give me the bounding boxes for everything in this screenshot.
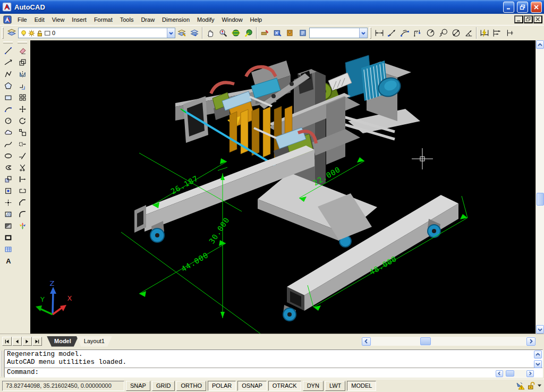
dim-angular-button[interactable] bbox=[462, 27, 475, 39]
draw-polyline-button[interactable] bbox=[2, 68, 14, 80]
scroll-down-button[interactable] bbox=[536, 325, 544, 334]
scroll-up-button[interactable] bbox=[536, 40, 544, 49]
zoom-realtime-button[interactable] bbox=[217, 27, 230, 39]
command-history[interactable]: Regenerating model. AutoCAD menu utiliti… bbox=[5, 350, 542, 368]
modify-fillet-button[interactable] bbox=[16, 208, 29, 220]
communication-center-icon[interactable] bbox=[516, 381, 525, 390]
vertical-scroll-thumb[interactable] bbox=[537, 193, 544, 206]
dim-linear-button[interactable] bbox=[373, 27, 386, 39]
menu-draw[interactable]: Draw bbox=[137, 15, 158, 24]
zoom-previous-button[interactable] bbox=[242, 27, 255, 39]
draw-insert-block-button[interactable] bbox=[2, 173, 14, 185]
toggle-lwt[interactable]: LWT bbox=[325, 381, 345, 391]
coordinate-readout[interactable]: 73.82744098, 35.21602450, 0.00000000 bbox=[2, 381, 124, 391]
dimension-toolbar-grip[interactable] bbox=[369, 27, 371, 39]
canvas-vertical-scrollbar[interactable] bbox=[536, 40, 544, 334]
draw-point-button[interactable] bbox=[2, 197, 14, 208]
modify-erase-button[interactable] bbox=[16, 45, 29, 56]
command-window-grip[interactable] bbox=[1, 351, 4, 377]
toggle-grid[interactable]: GRID bbox=[152, 381, 175, 391]
style-combo-dropdown[interactable] bbox=[359, 28, 367, 38]
command-text-area[interactable]: Regenerating model. AutoCAD menu utiliti… bbox=[4, 350, 543, 378]
dim-diameter-button[interactable] bbox=[449, 27, 462, 39]
toolbar-grip[interactable] bbox=[2, 27, 4, 39]
quick-dimension-button[interactable] bbox=[478, 27, 491, 39]
command-vertical-scrollbar[interactable] bbox=[534, 351, 542, 368]
minimize-button[interactable] bbox=[503, 2, 514, 13]
toggle-otrack[interactable]: OTRACK bbox=[268, 381, 301, 391]
zoom-window-button[interactable] bbox=[230, 27, 242, 39]
unlock-icon[interactable] bbox=[527, 381, 535, 390]
menu-modify[interactable]: Modify bbox=[193, 15, 218, 24]
modify-break-button[interactable] bbox=[16, 185, 29, 197]
layer-combo-dropdown[interactable] bbox=[167, 28, 175, 38]
doc-close-button[interactable] bbox=[533, 15, 542, 23]
toggle-model[interactable]: MODEL bbox=[347, 381, 376, 391]
toggle-dyn[interactable]: DYN bbox=[303, 381, 324, 391]
modify-rotate-button[interactable] bbox=[16, 115, 29, 126]
menu-help[interactable]: Help bbox=[246, 15, 266, 24]
layer-properties-button[interactable] bbox=[5, 27, 18, 39]
draw-region-button[interactable] bbox=[2, 232, 14, 243]
tab-layout1[interactable]: Layout1 bbox=[76, 336, 112, 347]
make-object-layer-current-button[interactable] bbox=[175, 27, 188, 39]
modify-extend-button[interactable] bbox=[16, 173, 29, 185]
dim-aligned-button[interactable] bbox=[386, 27, 398, 39]
scroll-right-button[interactable] bbox=[526, 337, 536, 346]
tab-next-button[interactable] bbox=[22, 337, 32, 346]
dim-baseline-button[interactable] bbox=[491, 27, 504, 39]
draw-gradient-button[interactable] bbox=[2, 220, 14, 232]
menu-file[interactable]: File bbox=[14, 15, 31, 24]
command-horizontal-scrollbar[interactable] bbox=[496, 370, 534, 377]
canvas-horizontal-scrollbar[interactable] bbox=[362, 337, 536, 346]
doc-minimize-button[interactable] bbox=[514, 15, 523, 23]
tray-menu-arrow-icon[interactable] bbox=[537, 384, 542, 388]
doc-restore-button[interactable] bbox=[524, 15, 533, 23]
menu-window[interactable]: Window bbox=[218, 15, 246, 24]
modify-move-button[interactable] bbox=[16, 103, 29, 115]
style-combo[interactable] bbox=[309, 28, 368, 38]
draw-make-block-button[interactable] bbox=[2, 185, 14, 197]
command-scroll-thumb[interactable] bbox=[506, 370, 514, 377]
layer-combo[interactable]: 0 bbox=[18, 28, 175, 38]
tab-first-button[interactable] bbox=[2, 337, 12, 346]
modify-scale-button[interactable] bbox=[16, 126, 29, 138]
menu-dimension[interactable]: Dimension bbox=[158, 15, 193, 24]
modify-lengthen-button[interactable] bbox=[16, 150, 29, 161]
draw-line-button[interactable] bbox=[2, 45, 14, 56]
dim-continue-button[interactable] bbox=[504, 27, 516, 39]
modify-offset-button[interactable] bbox=[16, 80, 29, 91]
properties-button[interactable] bbox=[258, 27, 271, 39]
modify-explode-button[interactable] bbox=[16, 220, 29, 232]
command-scroll-left-button[interactable] bbox=[496, 370, 503, 377]
draw-toolbar-grip[interactable] bbox=[3, 41, 13, 44]
title-bar[interactable]: AutoCAD bbox=[0, 0, 544, 14]
draw-spline-button[interactable] bbox=[2, 138, 14, 150]
menu-tools[interactable]: Tools bbox=[116, 15, 138, 24]
draw-rectangle-button[interactable] bbox=[2, 91, 14, 103]
modify-array-button[interactable] bbox=[16, 91, 29, 103]
draw-revcloud-button[interactable] bbox=[2, 126, 14, 138]
draw-circle-button[interactable] bbox=[2, 115, 14, 126]
menu-format[interactable]: Format bbox=[90, 15, 116, 24]
menu-edit[interactable]: Edit bbox=[31, 15, 48, 24]
modify-copy-button[interactable] bbox=[16, 56, 29, 68]
draw-arc-button[interactable] bbox=[2, 103, 14, 115]
tool-palettes-button[interactable] bbox=[284, 27, 296, 39]
draw-table-button[interactable] bbox=[2, 243, 14, 255]
command-scroll-right-button[interactable] bbox=[526, 370, 534, 377]
drawing-canvas[interactable]: 26.187 30.000 44.000 22.000 48.000 Z Y bbox=[30, 40, 536, 334]
sheetset-manager-button[interactable] bbox=[296, 27, 309, 39]
scroll-left-button[interactable] bbox=[362, 337, 371, 346]
tab-last-button[interactable] bbox=[32, 337, 42, 346]
command-scroll-down-button[interactable] bbox=[534, 360, 542, 368]
toggle-snap[interactable]: SNAP bbox=[126, 381, 150, 391]
draw-ellipse-button[interactable] bbox=[2, 150, 14, 161]
horizontal-scroll-thumb[interactable] bbox=[420, 337, 431, 345]
menu-view[interactable]: View bbox=[48, 15, 69, 24]
dim-arc-length-button[interactable] bbox=[398, 27, 411, 39]
dim-ordinate-button[interactable] bbox=[411, 27, 424, 39]
modify-stretch-button[interactable] bbox=[16, 138, 29, 150]
tab-model[interactable]: Model bbox=[47, 336, 79, 347]
tab-previous-button[interactable] bbox=[12, 337, 22, 346]
